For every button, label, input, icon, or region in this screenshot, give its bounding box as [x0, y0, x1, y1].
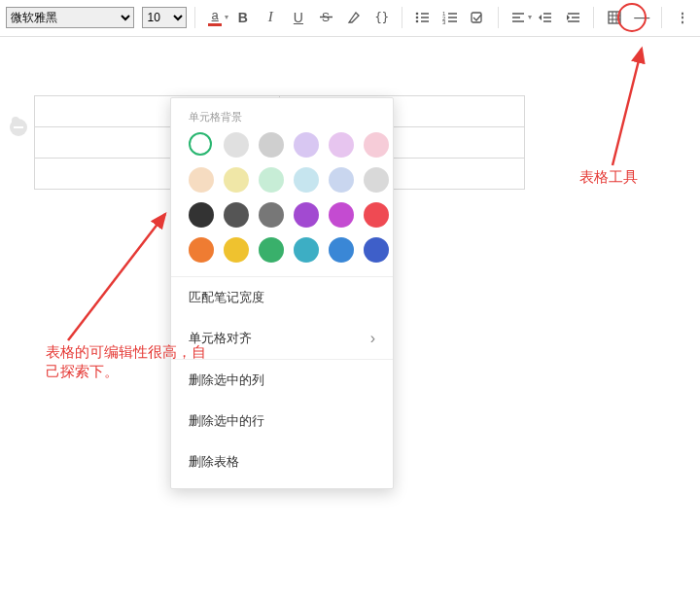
font-select[interactable]: 微软雅黑 [6, 7, 134, 28]
more-button[interactable]: ⋮ [670, 5, 694, 30]
italic-button[interactable]: I [259, 5, 283, 30]
highlight-button[interactable] [342, 5, 367, 30]
underline-button[interactable]: U [287, 5, 311, 30]
code-button[interactable]: {} [369, 5, 394, 30]
color-swatches [171, 132, 393, 276]
color-swatch[interactable] [329, 237, 354, 263]
bold-button[interactable]: B [230, 5, 255, 30]
color-swatch[interactable] [259, 202, 284, 228]
numbered-list-button[interactable]: 1 2 3 [438, 5, 462, 30]
color-swatch[interactable] [189, 132, 212, 156]
separator [194, 7, 195, 28]
separator [593, 7, 594, 28]
color-swatch[interactable] [364, 237, 389, 263]
svg-rect-24 [609, 12, 620, 23]
svg-point-2 [416, 12, 419, 15]
strikethrough-button[interactable]: S [314, 5, 338, 30]
separator [498, 7, 499, 28]
annotation-text-left: 表格的可编辑性很高，自己探索下。 [46, 342, 211, 382]
menu-match-width[interactable]: 匹配笔记宽度 [171, 277, 393, 318]
color-swatch[interactable] [224, 237, 249, 263]
text-color-button[interactable]: a ▾ [203, 5, 228, 30]
color-swatch[interactable] [259, 167, 284, 193]
toolbar: 微软雅黑 10 a ▾ B I U S {} 1 2 3 [0, 0, 700, 37]
color-swatch[interactable] [189, 167, 214, 193]
color-swatch[interactable] [224, 202, 249, 228]
annotation-text-right: 表格工具 [579, 167, 638, 187]
svg-text:3: 3 [442, 19, 446, 25]
color-swatch[interactable] [294, 132, 319, 158]
color-swatch[interactable] [189, 237, 214, 263]
popup-section-label: 单元格背景 [171, 98, 393, 132]
color-swatch[interactable] [364, 167, 389, 193]
outdent-button[interactable] [534, 5, 558, 30]
font-size-select[interactable]: 10 [142, 7, 186, 28]
color-swatch[interactable] [294, 167, 319, 193]
color-swatch[interactable] [329, 167, 354, 193]
color-swatch[interactable] [329, 132, 354, 158]
color-swatch[interactable] [224, 167, 249, 193]
svg-point-4 [416, 16, 419, 18]
svg-line-29 [68, 214, 165, 340]
color-swatch[interactable] [329, 202, 354, 228]
align-button[interactable]: ▾ [507, 5, 531, 30]
color-swatch[interactable] [224, 132, 249, 158]
color-swatch[interactable] [259, 237, 284, 263]
svg-text:S: S [322, 11, 330, 24]
color-swatch[interactable] [259, 132, 284, 158]
color-swatch[interactable] [294, 237, 319, 263]
indent-button[interactable] [562, 5, 586, 30]
color-swatch[interactable] [364, 132, 389, 158]
color-swatch[interactable] [189, 202, 214, 228]
bullet-list-button[interactable] [410, 5, 435, 30]
separator [661, 7, 662, 28]
color-swatch[interactable] [364, 202, 389, 228]
annotation-arrow-left [58, 194, 185, 350]
color-swatch[interactable] [294, 202, 319, 228]
line-menu-button[interactable] [10, 119, 27, 136]
separator [402, 7, 402, 28]
table-context-menu: 单元格背景 匹配笔记宽度 单元格对齐 删除选中的列 删除选中的行 删除表格 [170, 97, 394, 489]
hr-button[interactable]: — [630, 5, 654, 30]
menu-delete-table[interactable]: 删除表格 [171, 442, 393, 482]
table-button[interactable] [602, 5, 626, 30]
checkbox-button[interactable] [466, 5, 490, 30]
menu-delete-rows[interactable]: 删除选中的行 [171, 401, 393, 442]
svg-point-6 [416, 19, 419, 22]
